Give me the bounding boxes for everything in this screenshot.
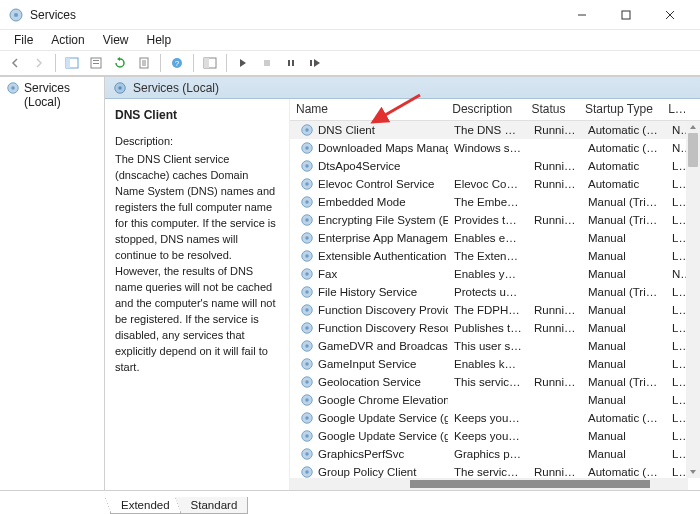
cell-description: Graphics per... — [448, 448, 528, 460]
close-button[interactable] — [648, 0, 692, 30]
forward-button[interactable] — [28, 52, 50, 74]
service-icon — [300, 285, 314, 299]
service-row[interactable]: Encrypting File System (EFS)Provides the… — [290, 211, 700, 229]
pause-service-button[interactable] — [280, 52, 302, 74]
service-row[interactable]: Elevoc Control ServiceElevoc Contr...Run… — [290, 175, 700, 193]
vertical-scrollbar[interactable] — [686, 121, 700, 478]
restart-service-button[interactable] — [304, 52, 326, 74]
stop-service-button[interactable] — [256, 52, 278, 74]
service-row[interactable]: Function Discovery Provider ...The FDPHO… — [290, 301, 700, 319]
description-label: Description: — [115, 134, 279, 150]
scrollbar-thumb-h[interactable] — [410, 480, 650, 488]
service-row[interactable]: File History ServiceProtects user...Manu… — [290, 283, 700, 301]
service-row[interactable]: DNS ClientThe DNS Cli...RunningAutomatic… — [290, 121, 700, 139]
svg-point-48 — [305, 362, 309, 366]
scrollbar-thumb[interactable] — [688, 133, 698, 167]
tree-pane: Services (Local) — [0, 77, 105, 490]
col-name[interactable]: Name — [290, 99, 446, 120]
cell-name: GameDVR and Broadcast Us... — [290, 339, 448, 353]
col-status[interactable]: Status — [525, 99, 579, 120]
service-icon — [300, 411, 314, 425]
service-row[interactable]: Geolocation ServiceThis service ...Runni… — [290, 373, 700, 391]
tab-standard[interactable]: Standard — [180, 497, 249, 514]
tab-extended[interactable]: Extended — [110, 497, 180, 514]
cell-name: Google Update Service (gup... — [290, 411, 448, 425]
service-row[interactable]: Embedded ModeThe Embedd...Manual (Trigg.… — [290, 193, 700, 211]
cell-startup: Manual — [582, 322, 666, 334]
menu-file[interactable]: File — [6, 31, 41, 49]
col-description[interactable]: Description — [446, 99, 525, 120]
horizontal-scrollbar[interactable] — [290, 478, 688, 490]
pane-title: Services (Local) — [105, 77, 700, 99]
svg-rect-14 — [288, 60, 290, 66]
scroll-down-arrow[interactable] — [686, 466, 700, 478]
cell-name: Downloaded Maps Manager — [290, 141, 448, 155]
service-icon — [300, 429, 314, 443]
cell-description: Windows ser... — [448, 142, 528, 154]
col-startup-type[interactable]: Startup Type — [579, 99, 662, 120]
service-row[interactable]: Function Discovery Resourc...Publishes t… — [290, 319, 700, 337]
svg-point-54 — [305, 416, 309, 420]
svg-rect-15 — [292, 60, 294, 66]
service-row[interactable]: Google Chrome Elevation Se...ManualLoc — [290, 391, 700, 409]
svg-rect-6 — [93, 60, 99, 61]
description-panel: DNS Client Description: The DNS Client s… — [105, 99, 290, 490]
window-title: Services — [30, 8, 76, 22]
service-row[interactable]: FaxEnables you ...ManualNe — [290, 265, 700, 283]
cell-description: The Embedd... — [448, 196, 528, 208]
export-list-button[interactable] — [133, 52, 155, 74]
cell-name: File History Service — [290, 285, 448, 299]
col-logon[interactable]: Log — [662, 99, 686, 120]
svg-point-22 — [305, 128, 309, 132]
panel-view-button[interactable] — [199, 52, 221, 74]
svg-point-26 — [305, 164, 309, 168]
minimize-button[interactable] — [560, 0, 604, 30]
service-icon — [300, 213, 314, 227]
cell-startup: Automatic — [582, 178, 666, 190]
svg-point-56 — [305, 434, 309, 438]
cell-name: Embedded Mode — [290, 195, 448, 209]
service-row[interactable]: Google Update Service (gup...Keeps your … — [290, 409, 700, 427]
service-row[interactable]: GameInput ServiceEnables key...ManualLoc — [290, 355, 700, 373]
cell-status: Running — [528, 466, 582, 478]
show-hide-button[interactable] — [61, 52, 83, 74]
gear-icon — [113, 81, 127, 95]
cell-description: Enables key... — [448, 358, 528, 370]
cell-description: Keeps your ... — [448, 430, 528, 442]
service-row[interactable]: Extensible Authentication Pr...The Exten… — [290, 247, 700, 265]
cell-startup: Manual — [582, 394, 666, 406]
tree-root[interactable]: Services (Local) — [24, 81, 98, 109]
service-row[interactable]: Enterprise App Managemen...Enables ente.… — [290, 229, 700, 247]
service-row[interactable]: GameDVR and Broadcast Us...This user ser… — [290, 337, 700, 355]
cell-name: Function Discovery Resourc... — [290, 321, 448, 335]
menu-help[interactable]: Help — [139, 31, 180, 49]
service-row[interactable]: Google Update Service (gup...Keeps your … — [290, 427, 700, 445]
svg-point-34 — [305, 236, 309, 240]
svg-rect-16 — [310, 60, 312, 66]
service-row[interactable]: Downloaded Maps ManagerWindows ser...Aut… — [290, 139, 700, 157]
svg-point-52 — [305, 398, 309, 402]
cell-description: Protects user... — [448, 286, 528, 298]
menubar: File Action View Help — [0, 30, 700, 50]
svg-point-1 — [14, 13, 18, 17]
cell-status: Running — [528, 304, 582, 316]
refresh-button[interactable] — [109, 52, 131, 74]
properties-button[interactable] — [85, 52, 107, 74]
svg-point-20 — [118, 86, 122, 90]
start-service-button[interactable] — [232, 52, 254, 74]
help-button[interactable]: ? — [166, 52, 188, 74]
svg-rect-7 — [93, 63, 99, 64]
scroll-up-arrow[interactable] — [686, 121, 700, 133]
service-row[interactable]: DtsApo4ServiceRunningAutomaticLoc — [290, 157, 700, 175]
svg-point-38 — [305, 272, 309, 276]
service-row[interactable]: GraphicsPerfSvcGraphics per...ManualLoc — [290, 445, 700, 463]
cell-name: GameInput Service — [290, 357, 448, 371]
menu-action[interactable]: Action — [43, 31, 92, 49]
back-button[interactable] — [4, 52, 26, 74]
service-icon — [300, 447, 314, 461]
menu-view[interactable]: View — [95, 31, 137, 49]
cell-startup: Automatic (Trig... — [582, 466, 666, 478]
service-icon — [300, 177, 314, 191]
maximize-button[interactable] — [604, 0, 648, 30]
toolbar: ? — [0, 50, 700, 76]
